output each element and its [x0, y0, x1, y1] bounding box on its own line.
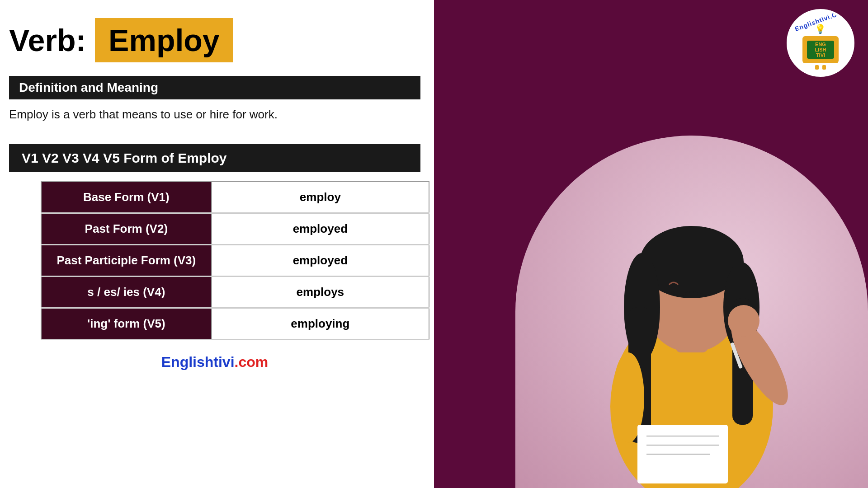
table-row: s / es/ ies (V4)employs [41, 277, 429, 308]
svg-point-9 [728, 305, 760, 337]
logo-tv-text: ENGLISHTIVI [815, 42, 826, 58]
footer-brand-blue: Englishtivi [161, 354, 235, 370]
person-svg [556, 172, 827, 488]
footer-brand-red: .com [235, 354, 269, 370]
row-label: Past Participle Form (V3) [41, 245, 212, 277]
logo-tv-leg-right [822, 65, 826, 70]
row-label: Past Form (V2) [41, 213, 212, 245]
person-illustration [515, 136, 868, 488]
table-row: 'ing' form (V5)employing [41, 308, 429, 340]
definition-text: Employ is a verb that means to use or hi… [9, 108, 420, 122]
logo-tv: ENGLISHTIVI [802, 36, 839, 63]
forms-header-text: V1 V2 V3 V4 V5 Form of Employ [22, 150, 227, 165]
table-row: Base Form (V1)employ [41, 182, 429, 213]
logo-tv-legs [793, 65, 848, 70]
logo-tv-leg-left [815, 65, 819, 70]
row-value: employed [212, 213, 429, 245]
logo-inner: Englishtivi.Com 💡 ENGLISHTIVI [791, 14, 850, 72]
verb-forms-table: Base Form (V1)employPast Form (V2)employ… [41, 181, 429, 340]
row-label: Base Form (V1) [41, 182, 212, 213]
title-word: Employ [108, 23, 220, 57]
verb-label: Verb: [9, 23, 86, 58]
row-value: employs [212, 277, 429, 308]
table-row: Past Form (V2)employed [41, 213, 429, 245]
footer-brand: Englishtivi.com [9, 354, 420, 371]
row-value: employed [212, 245, 429, 277]
definition-header-box: Definition and Meaning [9, 76, 420, 99]
title-word-box: Employ [95, 18, 233, 62]
row-label: 'ing' form (V5) [41, 308, 212, 340]
left-panel: Verb: Employ Definition and Meaning Empl… [0, 0, 434, 488]
logo-tv-screen: ENGLISHTIVI [807, 41, 834, 59]
title-row: Verb: Employ [9, 18, 420, 62]
row-value: employ [212, 182, 429, 213]
forms-header-box: V1 V2 V3 V4 V5 Form of Employ [9, 144, 420, 172]
definition-header-text: Definition and Meaning [19, 80, 158, 94]
right-panel: Englishtivi.Com 💡 ENGLISHTIVI [434, 0, 868, 488]
table-row: Past Participle Form (V3)employed [41, 245, 429, 277]
row-value: employing [212, 308, 429, 340]
row-label: s / es/ ies (V4) [41, 277, 212, 308]
logo-circle: Englishtivi.Com 💡 ENGLISHTIVI [787, 9, 854, 77]
